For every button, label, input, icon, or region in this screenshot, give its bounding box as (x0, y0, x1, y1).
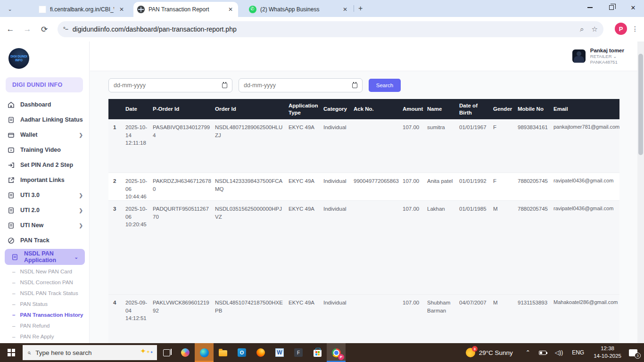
task-view-button[interactable] (157, 343, 176, 362)
cell-gender: M (492, 295, 517, 309)
copilot-button[interactable] (176, 343, 195, 362)
f-app-button[interactable]: F (289, 343, 308, 362)
url-text[interactable]: digidundiinfo.com/dashboard/pan-transact… (73, 25, 572, 33)
tab-divider (354, 5, 354, 12)
cell-order-id: NSDL14233398437500FCAMQ (214, 173, 288, 195)
site-info-icon[interactable]: °− (63, 26, 68, 33)
cell-amount: 107.00 (402, 173, 426, 187)
sidebar-item-dashboard[interactable]: Dashboard (0, 97, 90, 112)
page-scrollbar[interactable] (637, 41, 644, 343)
outlook-button[interactable]: O (232, 343, 251, 362)
bookmark-star-icon[interactable]: ☆ (592, 25, 598, 33)
sidebar-item-aadhar-linking-status[interactable]: Aadhar Linking Status (0, 112, 90, 127)
cell-mobile: 7880205745 (517, 173, 553, 187)
sidebar-item-training-video[interactable]: Training Video (0, 142, 90, 157)
cell-seq: 2 (108, 173, 124, 187)
sidebar-item-nsdl-pan-application[interactable]: NSDL PAN Application ⌄ (5, 249, 85, 265)
user-role[interactable]: RETAILER ⌄ (590, 54, 624, 59)
cell-name: sumitra (426, 119, 458, 133)
restore-button[interactable] (601, 0, 622, 15)
weather-sun-icon[interactable]: 3 (466, 348, 475, 357)
tab-centralbank[interactable]: fi.centralbank.org.in/CBI_WebA ✕ (35, 2, 129, 17)
calendar-icon[interactable] (222, 83, 227, 88)
minimize-button[interactable] (579, 0, 601, 15)
cell-email: ravipatel0436@gmail.com (553, 201, 619, 214)
sidebar-subitem-nsdl-correction-pan[interactable]: –NSDL Correction PAN (0, 277, 90, 288)
windows-taskbar: ⌕ Type here to search ✦✦✦ O W F P 3 29°C… (0, 343, 644, 362)
tab-pan-transaction-report[interactable]: PAN Transaction Report ✕ (133, 2, 238, 17)
sidebar-item-uti-new[interactable]: UTI New ❯ (0, 218, 90, 233)
weather-text[interactable]: 29°C Sunny (479, 349, 513, 356)
browser-menu-icon[interactable]: ⋮ (631, 23, 639, 35)
user-menu[interactable]: Pankaj tomer RETAILER ⌄ PANKA48751 (572, 47, 624, 65)
cell-name: Anita patel (426, 173, 458, 187)
user-name: Pankaj tomer (590, 47, 624, 54)
tab-close-icon[interactable]: ✕ (341, 6, 349, 13)
sidebar-subitem-pan-status[interactable]: –PAN Status (0, 298, 90, 309)
forward-button[interactable]: → (21, 23, 34, 36)
firefox-button[interactable] (251, 343, 270, 362)
weather-badge: 3 (472, 346, 478, 352)
browser-profile-avatar[interactable]: P (615, 23, 627, 35)
reload-button[interactable]: ⟳ (38, 23, 51, 36)
language-indicator[interactable]: ENG (572, 349, 584, 356)
cell-amount: 107.00 (402, 201, 426, 215)
battery-icon[interactable] (539, 351, 546, 355)
subitem-label: PAN Status (20, 301, 48, 307)
word-button[interactable]: W (270, 343, 289, 362)
back-button[interactable]: ← (4, 23, 17, 36)
calendar-icon[interactable] (352, 83, 357, 88)
col-date: Date (124, 104, 152, 115)
sidebar-subitem-nsdl-new-pan-card[interactable]: –NSDL New PAN Card (0, 266, 90, 277)
start-button[interactable] (0, 343, 23, 362)
notification-center-icon[interactable]: 3 (629, 349, 637, 356)
tab-whatsapp-business[interactable]: (2) WhatsApp Business ✕ (245, 2, 353, 17)
taskbar-search-box[interactable]: ⌕ Type here to search ✦✦✦ (23, 345, 157, 360)
date-to-field[interactable] (239, 78, 363, 92)
sidebar-item-important-links[interactable]: Important Links (0, 173, 90, 188)
address-bar[interactable]: °− digidundiinfo.com/dashboard/pan-trans… (58, 21, 603, 37)
video-icon (8, 147, 15, 154)
taskbar-clock[interactable]: 12:38 14-10-2025 (594, 345, 621, 360)
file-explorer-button[interactable] (214, 343, 232, 362)
chrome-taskbar-button[interactable]: P (327, 343, 346, 362)
sidebar-subitem-nsdl-pan-track-status[interactable]: –NSDL PAN Track Status (0, 288, 90, 298)
cell-seq: 4 (108, 295, 124, 309)
date-to-input[interactable] (244, 82, 352, 89)
date-from-field[interactable] (108, 78, 232, 92)
scrollbar-thumb[interactable] (638, 54, 643, 155)
search-button[interactable]: Search (369, 79, 401, 92)
sidebar-item-uti-3[interactable]: UTI 3.0 ❯ (0, 188, 90, 203)
col-seq (108, 107, 124, 111)
speaker-icon[interactable]: ◁)) (555, 349, 563, 356)
store-icon (314, 350, 322, 357)
cell-email: pankajtomer781@gmail.com (553, 119, 622, 133)
store-button[interactable] (308, 343, 327, 362)
cell-amount: 107.00 (402, 119, 426, 133)
tab-close-icon[interactable]: ✕ (227, 6, 234, 13)
sidebar-item-wallet[interactable]: Wallet ❯ (0, 127, 90, 142)
tab-search-button[interactable]: ⌄ (4, 4, 16, 14)
tab-close-icon[interactable]: ✕ (118, 6, 125, 13)
sidebar-subitem-pan-transaction-history[interactable]: –PAN Transaction History (0, 309, 90, 320)
col-p-order-id: P-Order Id (152, 104, 214, 115)
sidebar-item-set-pin[interactable]: Set PIN And 2 Step (0, 157, 90, 173)
edge-taskbar-button[interactable] (195, 343, 214, 362)
zoom-out-icon[interactable]: ⌕ (580, 25, 584, 33)
copilot-icon (181, 348, 190, 357)
cell-order-id: NSDL48071289062500HLUZJ (214, 119, 288, 141)
date-from-input[interactable] (114, 82, 222, 89)
new-tab-button[interactable]: + (358, 4, 363, 13)
user-id: PANKA48751 (590, 59, 624, 65)
close-button[interactable]: ✕ (622, 0, 644, 15)
col-mobile-no: Mobile No (517, 104, 553, 115)
notification-count-badge: 3 (635, 353, 641, 359)
sidebar-subitem-pan-re-apply[interactable]: –PAN Re Apply (0, 331, 90, 342)
window-controls: ✕ (579, 0, 644, 15)
chevron-right-icon: ❯ (79, 193, 83, 198)
cell-dob: 01/01/1967 (458, 119, 492, 133)
sidebar-item-uti-2[interactable]: UTI 2.0 ❯ (0, 203, 90, 218)
sidebar-subitem-pan-refund[interactable]: –PAN Refund (0, 320, 90, 331)
sidebar-item-pan-track[interactable]: PAN Track (0, 233, 90, 248)
show-hidden-icons-chevron[interactable]: ⌃ (526, 349, 530, 356)
